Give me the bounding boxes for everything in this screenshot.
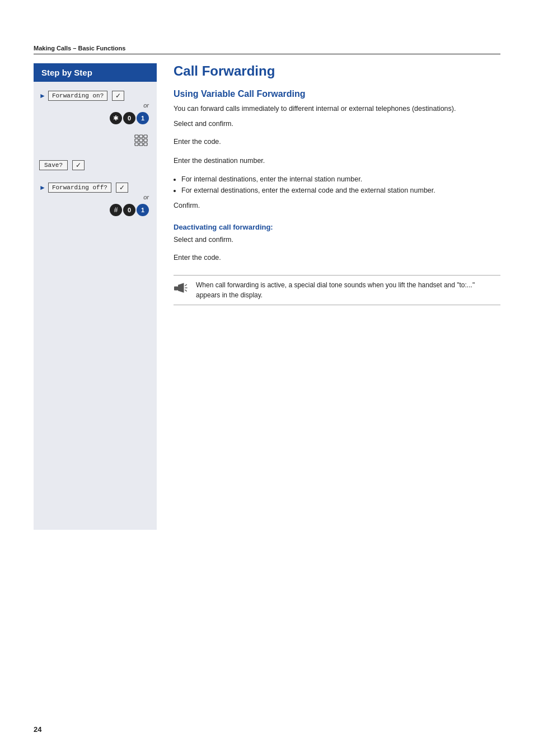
deactivating-row-1: Select and confirm.	[174, 235, 500, 249]
main-layout: Step by Step ► Forwarding on? ✓ or ✱ 0 1	[34, 63, 500, 530]
svg-line-13	[185, 290, 187, 291]
right-column: Call Forwarding Using Variable Call Forw…	[157, 63, 500, 530]
or-text-1: or	[39, 102, 151, 109]
arrow-icon: ►	[39, 92, 46, 100]
note-text: When call forwarding is active, a specia…	[196, 280, 500, 300]
page-number: 24	[34, 725, 41, 734]
bullet-item-1: For internal destinations, enter the int…	[181, 174, 500, 185]
svg-line-11	[185, 284, 187, 286]
forwarding-off-box: Forwarding off?	[48, 183, 111, 193]
zero-icon-2: 0	[123, 204, 135, 216]
left-content: ► Forwarding on? ✓ or ✱ 0 1	[34, 82, 157, 530]
page: Making Calls – Basic Functions Step by S…	[0, 0, 534, 756]
bullet-list: For internal destinations, enter the int…	[181, 174, 500, 196]
forwarding-off-row: ► Forwarding off? ✓	[39, 183, 151, 193]
zero-icon: 0	[123, 112, 135, 124]
forwarding-off-label: Forwarding off?	[52, 184, 107, 191]
action-row-2: Enter the code.	[174, 137, 500, 151]
hash-icon: #	[110, 204, 122, 216]
svg-rect-7	[139, 143, 143, 146]
star-icon: ✱	[110, 112, 122, 124]
intro-text: You can forward calls immediately to dif…	[174, 104, 500, 114]
code-icons-1: ✱ 0 1	[39, 112, 151, 124]
svg-rect-0	[135, 135, 138, 138]
action-row-3: Enter the destination number.	[174, 156, 500, 170]
one-icon: 1	[137, 112, 149, 124]
deactivating-title: Deactivating call forwarding:	[174, 223, 500, 231]
svg-rect-2	[144, 135, 147, 138]
svg-rect-4	[139, 139, 143, 142]
action-text-2: Enter the code.	[174, 137, 500, 147]
svg-rect-3	[135, 139, 138, 142]
note-icon	[174, 280, 190, 296]
check-icon: ✓	[112, 91, 124, 101]
speaker-icon	[174, 282, 190, 293]
keypad-icon	[39, 134, 151, 155]
action-text-3: Enter the destination number.	[174, 156, 500, 166]
action-row-1: Select and confirm.	[174, 119, 500, 133]
svg-marker-10	[178, 283, 184, 293]
action-text-1: Select and confirm.	[174, 119, 500, 129]
left-column: Step by Step ► Forwarding on? ✓ or ✱ 0 1	[34, 63, 157, 530]
save-check-icon: ✓	[72, 160, 85, 170]
check-icon-2: ✓	[116, 183, 128, 193]
bullet-item-2: For external destinations, enter the ext…	[181, 185, 500, 196]
forwarding-on-box: Forwarding on?	[48, 91, 107, 101]
arrow-icon-2: ►	[39, 184, 46, 192]
action-row-4: Confirm.	[174, 200, 500, 215]
code-icons-2: # 0 1	[39, 204, 151, 216]
deactivating-text-2: Enter the code.	[174, 253, 500, 263]
svg-rect-8	[144, 143, 147, 146]
deactivating-row-2: Enter the code.	[174, 253, 500, 267]
keypad-svg	[134, 134, 151, 151]
svg-rect-9	[174, 286, 178, 290]
forwarding-on-row: ► Forwarding on? ✓	[39, 91, 151, 101]
forwarding-on-label: Forwarding on?	[52, 92, 104, 99]
main-title: Call Forwarding	[174, 63, 500, 79]
section-header: Making Calls – Basic Functions	[34, 45, 500, 54]
save-box: Save?	[39, 160, 68, 170]
svg-rect-6	[135, 143, 138, 146]
action-text-4: Confirm.	[174, 200, 500, 211]
deactivating-text-1: Select and confirm.	[174, 235, 500, 245]
svg-rect-1	[139, 135, 143, 138]
sub-title: Using Variable Call Forwarding	[174, 89, 500, 99]
save-row: Save? ✓	[39, 160, 151, 170]
step-by-step-header: Step by Step	[34, 63, 157, 82]
or-text-2: or	[39, 194, 151, 200]
one-icon-2: 1	[137, 204, 149, 216]
note-box: When call forwarding is active, a specia…	[174, 275, 500, 305]
svg-rect-5	[144, 139, 147, 142]
